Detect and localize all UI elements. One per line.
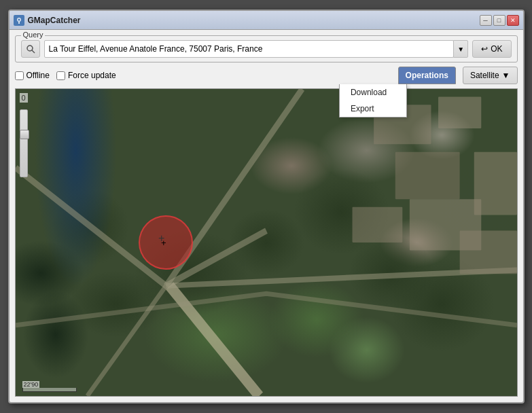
satellite-arrow: ▼ bbox=[502, 71, 510, 80]
svg-line-3 bbox=[32, 50, 35, 53]
crosshair-icon: + bbox=[161, 238, 171, 247]
query-legend: Query bbox=[21, 31, 46, 39]
toolbar-row: Offline Force update Operations Download… bbox=[15, 67, 518, 84]
zoom-track[interactable] bbox=[20, 109, 28, 177]
svg-rect-6 bbox=[395, 152, 459, 200]
scale-text: 22'90 bbox=[22, 381, 40, 388]
svg-rect-9 bbox=[474, 152, 516, 215]
title-bar: GMapCatcher ─ □ ✕ bbox=[10, 11, 523, 30]
main-window: GMapCatcher ─ □ ✕ Query ▼ ↩ bbox=[8, 10, 525, 403]
svg-rect-7 bbox=[352, 207, 402, 243]
force-update-label: Force update bbox=[68, 71, 116, 80]
query-group: Query ▼ ↩ OK bbox=[15, 35, 518, 62]
svg-point-2 bbox=[27, 46, 33, 51]
restore-button[interactable]: □ bbox=[493, 15, 506, 26]
download-menu-item[interactable]: Download bbox=[340, 84, 406, 101]
zoom-level-label: 0 bbox=[20, 93, 28, 103]
offline-checkbox[interactable] bbox=[15, 71, 24, 80]
operations-dropdown-menu: Download Export bbox=[339, 84, 407, 118]
operations-button[interactable]: Operations bbox=[398, 67, 456, 84]
zoom-handle[interactable] bbox=[20, 130, 29, 139]
force-update-checkbox-label[interactable]: Force update bbox=[56, 71, 116, 80]
satellite-button[interactable]: Satellite ▼ bbox=[463, 67, 518, 84]
ok-label: OK bbox=[491, 44, 502, 54]
force-update-checkbox[interactable] bbox=[56, 71, 65, 80]
query-row: ▼ ↩ OK bbox=[21, 40, 512, 58]
scale-line bbox=[22, 388, 77, 392]
minimize-button[interactable]: ─ bbox=[480, 15, 492, 26]
title-bar-left: GMapCatcher bbox=[14, 15, 81, 26]
offline-checkbox-label[interactable]: Offline bbox=[15, 71, 50, 80]
offline-label: Offline bbox=[26, 71, 50, 80]
title-buttons: ─ □ ✕ bbox=[480, 15, 519, 26]
zoom-bar bbox=[20, 109, 28, 177]
ok-button[interactable]: ↩ OK bbox=[472, 40, 511, 58]
query-dropdown-button[interactable]: ▼ bbox=[453, 40, 468, 58]
svg-rect-5 bbox=[438, 97, 481, 128]
app-icon bbox=[14, 15, 24, 26]
window-title: GMapCatcher bbox=[28, 16, 81, 25]
ok-icon: ↩ bbox=[481, 44, 488, 54]
svg-point-1 bbox=[18, 18, 20, 20]
operations-container: Operations Download Export bbox=[398, 67, 456, 84]
map-container[interactable]: + 0 22'90 bbox=[15, 88, 518, 397]
location-marker: + bbox=[139, 215, 193, 270]
search-icon-button[interactable] bbox=[21, 40, 40, 58]
map-roads-layer bbox=[16, 89, 517, 396]
content-area: Query ▼ ↩ OK Offline bbox=[10, 30, 523, 402]
satellite-label: Satellite bbox=[470, 71, 499, 80]
query-input[interactable] bbox=[44, 40, 455, 58]
close-button[interactable]: ✕ bbox=[507, 15, 519, 26]
scale-bar: 22'90 bbox=[22, 381, 77, 392]
export-menu-item[interactable]: Export bbox=[340, 101, 406, 117]
svg-rect-10 bbox=[459, 231, 516, 274]
